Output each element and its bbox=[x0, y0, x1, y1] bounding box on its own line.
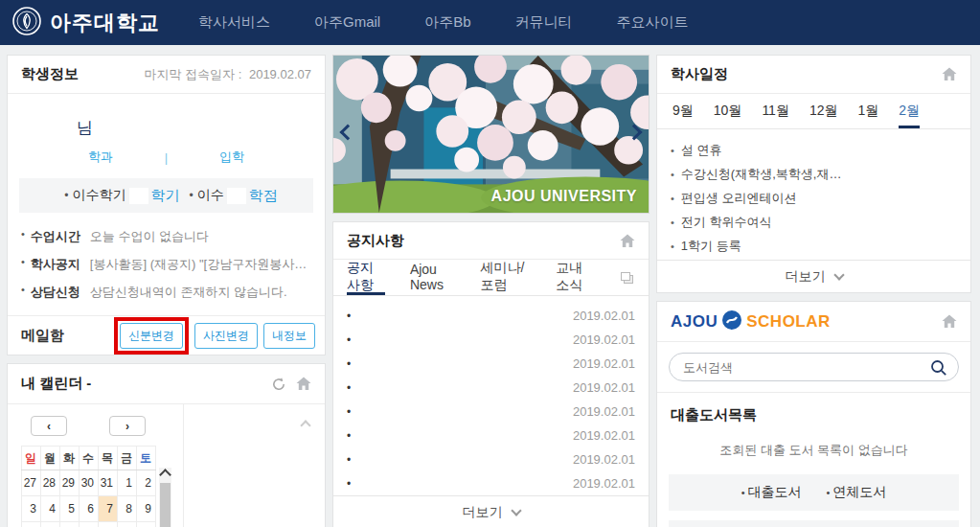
credit-unit[interactable]: 학점 bbox=[249, 187, 278, 205]
search-icon[interactable] bbox=[930, 359, 947, 380]
schedule-item[interactable]: 1학기 등록 bbox=[671, 234, 957, 258]
mailbox-label[interactable]: 메일함 bbox=[21, 327, 64, 345]
main-menu: 학사서비스 아주Gmail 아주Bb 커뮤니티 주요사이트 bbox=[198, 13, 689, 32]
tab-seminar-forum[interactable]: 세미나/포럼 bbox=[481, 260, 532, 295]
calendar-cell[interactable]: 27 bbox=[22, 470, 41, 496]
collapse-chevron-icon[interactable] bbox=[300, 420, 310, 430]
home-icon[interactable] bbox=[620, 234, 635, 248]
month-tab-nov[interactable]: 11월 bbox=[762, 94, 789, 128]
carousel-caption: AJOU UNIVERSITY bbox=[491, 188, 637, 205]
calendar-day-header: 토 bbox=[137, 447, 156, 470]
calendar-cell[interactable]: 31 bbox=[99, 470, 118, 496]
photo-change-button[interactable]: 사진변경 bbox=[194, 323, 258, 349]
month-tab-jan[interactable]: 1월 bbox=[858, 94, 879, 128]
calendar-cell[interactable]: 5 bbox=[60, 496, 80, 522]
last-access: 마지막 접속일자 : 2019.02.07 bbox=[144, 66, 311, 83]
refresh-icon[interactable] bbox=[271, 377, 286, 392]
top-navbar: 아주대학교 학사서비스 아주Gmail 아주Bb 커뮤니티 주요사이트 bbox=[0, 0, 980, 45]
calendar-cell[interactable]: 3 bbox=[22, 496, 41, 522]
menu-ajou-bb[interactable]: 아주Bb bbox=[424, 13, 470, 32]
ajou-scholar-logo[interactable]: AJOU SCHOLAR bbox=[671, 309, 831, 334]
calendar-prev-button[interactable]: ‹ bbox=[31, 416, 67, 436]
semester-value-blank bbox=[129, 188, 148, 204]
book-search-input[interactable] bbox=[683, 360, 923, 375]
schedule-item[interactable]: 전기 학위수여식 bbox=[671, 210, 957, 234]
calendar-cell[interactable]: 9 bbox=[137, 496, 156, 522]
calendar-cell[interactable]: 14 bbox=[99, 522, 118, 527]
scroll-up-icon[interactable] bbox=[159, 469, 171, 481]
calendar-cell[interactable]: 30 bbox=[80, 470, 99, 496]
calendar-cell[interactable]: 15 bbox=[118, 522, 137, 527]
highlight-annotation-box: 신분변경 bbox=[114, 317, 189, 355]
calendar-scrollbar[interactable] bbox=[159, 468, 171, 527]
credit-value-blank bbox=[227, 188, 246, 204]
schedule-list: 설 연휴 수강신청(재학생,복학생,재… 편입생 오리엔테이션 전기 학위수여식… bbox=[657, 129, 970, 260]
home-icon[interactable] bbox=[942, 67, 957, 81]
schedule-more-button[interactable]: 더보기 bbox=[657, 260, 970, 292]
university-logo[interactable]: 아주대학교 bbox=[11, 6, 160, 40]
admission-link[interactable]: 입학 bbox=[168, 149, 296, 166]
notice-item[interactable]: 2019.02.01 bbox=[347, 471, 635, 495]
calendar-day-headers: 일월화수목금토 bbox=[22, 447, 156, 470]
open-all-windows-icon[interactable] bbox=[619, 260, 635, 295]
menu-major-sites[interactable]: 주요사이트 bbox=[617, 13, 689, 32]
calendar-cell[interactable]: 6 bbox=[80, 496, 99, 522]
calendar-cell[interactable]: 13 bbox=[80, 522, 99, 527]
notice-item[interactable]: 2019.02.01 bbox=[347, 328, 635, 352]
month-tab-dec[interactable]: 12월 bbox=[809, 94, 838, 128]
university-name: 아주대학교 bbox=[50, 9, 160, 37]
notice-item[interactable]: 2019.02.01 bbox=[347, 352, 635, 376]
menu-ajou-gmail[interactable]: 아주Gmail bbox=[314, 13, 380, 32]
menu-academic-services[interactable]: 학사서비스 bbox=[198, 13, 270, 32]
tab-ajou-news[interactable]: Ajou News bbox=[410, 260, 456, 295]
overdue-books-link[interactable]: 연체도서 bbox=[827, 484, 887, 501]
calendar-day-header: 화 bbox=[60, 447, 80, 470]
calendar-cell[interactable]: 1 bbox=[118, 470, 137, 496]
identity-change-button[interactable]: 신분변경 bbox=[120, 323, 183, 349]
counseling-row[interactable]: 상담신청 상담신청내역이 존재하지 않습니다. bbox=[21, 284, 311, 301]
calendar-cell[interactable]: 8 bbox=[118, 496, 137, 522]
calendar-next-button[interactable]: › bbox=[109, 416, 146, 436]
month-tab-oct[interactable]: 10월 bbox=[714, 94, 742, 128]
semester-unit[interactable]: 학기 bbox=[151, 187, 180, 205]
loan-empty-message: 조회된 대출 도서 목록이 없습니다 bbox=[657, 442, 970, 459]
notice-item[interactable]: 2019.02.01 bbox=[347, 376, 635, 400]
calendar-cell[interactable]: 28 bbox=[41, 470, 60, 496]
notice-item[interactable]: 2019.02.01 bbox=[347, 424, 635, 447]
calendar-cell[interactable]: 12 bbox=[60, 522, 80, 527]
my-info-button[interactable]: 내정보 bbox=[263, 323, 315, 349]
calendar-cell[interactable]: 16 bbox=[137, 522, 156, 527]
academic-notice-row[interactable]: 학사공지 [봉사활동] (재공지) "[강남구자원봉사센터]… bbox=[21, 256, 311, 273]
scrollbar-thumb[interactable] bbox=[160, 483, 171, 527]
notice-board-panel: 공지사항 공지사항 Ajou News 세미나/포럼 교내소식 bbox=[332, 221, 650, 527]
library-notice-box[interactable]: 공지사항 서 반납 안내 bbox=[669, 520, 959, 527]
student-info-panel: 학생정보 마지막 접속일자 : 2019.02.07 님 학과 | 입학 •이수… bbox=[7, 55, 326, 355]
home-icon[interactable] bbox=[942, 314, 957, 329]
calendar-cell[interactable]: 4 bbox=[41, 496, 60, 522]
tab-notice[interactable]: 공지사항 bbox=[347, 260, 385, 295]
calendar-cell[interactable]: 10 bbox=[22, 522, 41, 527]
menu-community[interactable]: 커뮤니티 bbox=[515, 13, 573, 32]
class-time-row[interactable]: 수업시간 오늘 수업이 없습니다 bbox=[21, 228, 311, 245]
academic-schedule-panel: 학사일정 9월 10월 11월 12월 1월 2월 설 연휴 수강신청(재학생,… bbox=[656, 55, 971, 293]
notice-item[interactable]: 2019.02.01 bbox=[347, 447, 635, 471]
home-icon[interactable] bbox=[296, 377, 311, 391]
calendar-cell[interactable]: 2 bbox=[137, 470, 156, 496]
department-link[interactable]: 학과 bbox=[36, 149, 165, 166]
calendar-title: 내 캘린더 - bbox=[21, 375, 91, 393]
scholar-emblem-icon bbox=[721, 309, 742, 334]
notice-more-button[interactable]: 더보기 bbox=[333, 495, 649, 527]
notice-item[interactable]: 2019.02.01 bbox=[347, 400, 635, 424]
month-tab-feb[interactable]: 2월 bbox=[899, 94, 920, 128]
schedule-item[interactable]: 편입생 오리엔테이션 bbox=[671, 186, 957, 210]
calendar-cell[interactable]: 11 bbox=[41, 522, 60, 527]
schedule-item[interactable]: 수강신청(재학생,복학생,재… bbox=[671, 162, 957, 186]
book-search-row bbox=[657, 342, 970, 393]
calendar-cell[interactable]: 7 bbox=[99, 496, 118, 522]
tab-campus-news[interactable]: 교내소식 bbox=[556, 260, 594, 295]
schedule-item[interactable]: 설 연휴 bbox=[671, 138, 957, 162]
notice-item[interactable]: 2019.02.01 bbox=[347, 304, 635, 328]
calendar-cell[interactable]: 29 bbox=[60, 470, 80, 496]
borrowed-books-link[interactable]: 대출도서 bbox=[741, 484, 802, 501]
month-tab-sep[interactable]: 9월 bbox=[672, 94, 694, 128]
